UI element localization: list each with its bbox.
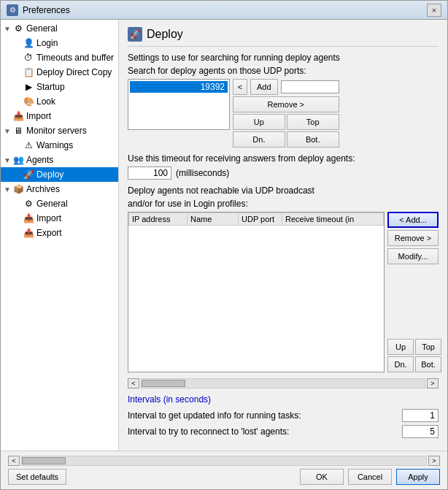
login-icon: 👤 — [23, 37, 34, 49]
expand-deploy-direct — [14, 69, 21, 77]
window-icon: ⚙ — [7, 4, 18, 16]
close-button[interactable]: × — [427, 4, 441, 17]
sidebar-item-agents[interactable]: ▼ 👥 Agents — [1, 153, 118, 167]
panel-title: 🚀 Deploy — [128, 27, 439, 47]
sidebar: ▼ ⚙ General 👤 Login ⏱ Timeouts and buffe… — [1, 20, 119, 451]
deploy-direct-icon: 📋 — [23, 66, 34, 78]
sidebar-item-general[interactable]: ▼ ⚙ General — [1, 21, 118, 36]
sidebar-item-deploy[interactable]: 🚀 Deploy — [1, 167, 118, 182]
sidebar-item-general2[interactable]: ⚙ General — [1, 196, 118, 211]
expand-timeouts — [14, 54, 21, 62]
add-agent-btn[interactable]: < Add... — [387, 212, 439, 228]
import-icon: 📥 — [12, 110, 24, 122]
cancel-btn[interactable]: Cancel — [348, 469, 392, 485]
expand-general: ▼ — [4, 25, 11, 33]
udp-add-input[interactable] — [281, 80, 339, 93]
sidebar-scroll-right[interactable]: > — [428, 456, 440, 466]
set-defaults-btn[interactable]: Set defaults — [8, 469, 66, 485]
remove-agent-btn[interactable]: Remove > — [387, 230, 439, 246]
sidebar-label-warnings: Warnings — [36, 140, 73, 150]
sidebar-item-monitor[interactable]: ▼ 🖥 Monitor servers — [1, 123, 118, 138]
agents-icon: 👥 — [12, 154, 24, 166]
sidebar-scroll-left[interactable]: < — [8, 456, 20, 466]
col-name: Name — [188, 213, 239, 226]
panel-title-text: Deploy — [147, 28, 183, 41]
timeouts-icon: ⏱ — [23, 52, 34, 64]
udp-up-btn[interactable]: Up — [233, 114, 285, 130]
modify-agent-btn[interactable]: Modify... — [387, 248, 439, 264]
monitor-icon: 🖥 — [12, 125, 24, 137]
window-title: Preferences — [23, 5, 70, 15]
sidebar-label-deploy-direct: Deploy Direct Copy — [36, 67, 112, 77]
sidebar-item-timeouts[interactable]: ⏱ Timeouts and buffer — [1, 50, 118, 65]
sidebar-label-general: General — [26, 23, 58, 34]
sidebar-item-import2[interactable]: 📥 Import — [1, 211, 118, 226]
scroll-left-btn[interactable]: < — [128, 378, 139, 388]
timeout-input[interactable] — [128, 166, 171, 180]
sidebar-label-agents: Agents — [26, 155, 53, 165]
timeout-unit: (milliseconds) — [176, 168, 229, 178]
sidebar-label-timeouts: Timeouts and buffer — [36, 53, 114, 63]
sidebar-item-warnings[interactable]: ⚠ Warnings — [1, 138, 118, 153]
general2-icon: ⚙ — [23, 198, 34, 210]
expand-import — [4, 112, 11, 120]
sidebar-label-import: Import — [26, 111, 51, 121]
agents-side-buttons: < Add... Remove > Modify... Up Top Dn. B… — [387, 212, 439, 372]
agents-dn-btn[interactable]: Dn. — [387, 356, 414, 372]
sidebar-label-look: Look — [36, 96, 55, 107]
sidebar-item-archives[interactable]: ▼ 📦 Archives — [1, 182, 118, 196]
look-icon: 🎨 — [23, 96, 34, 107]
sidebar-label-archives: Archives — [26, 184, 60, 194]
udp-listbox[interactable]: 19392 — [128, 79, 230, 130]
expand-archives: ▼ — [4, 185, 11, 194]
scroll-right-btn[interactable]: > — [427, 378, 439, 388]
sidebar-scrollbar: < > — [8, 456, 440, 466]
spacer — [387, 267, 439, 337]
udp-arrow-left-btn[interactable]: < — [233, 79, 247, 95]
udp-dn-btn[interactable]: Dn. — [233, 131, 285, 148]
udp-nav-buttons: Up Top Dn. Bot. — [233, 114, 339, 148]
intervals-title: Intervals (in seconds) — [128, 394, 439, 405]
general-icon: ⚙ — [12, 23, 24, 34]
ok-btn[interactable]: OK — [300, 469, 344, 485]
sidebar-item-deploy-direct[interactable]: 📋 Deploy Direct Copy — [1, 65, 118, 80]
agents-table-container[interactable]: IP address Name UDP port Receive timeout… — [128, 212, 385, 372]
agents-label-line2: and/or for use in Login profiles: — [128, 199, 439, 209]
interval2-row: Interval to try to reconnect to 'lost' a… — [128, 425, 439, 438]
archives-icon: 📦 — [12, 183, 24, 195]
bottom-buttons: Set defaults OK Cancel Apply — [8, 469, 440, 485]
sidebar-item-import[interactable]: 📥 Import — [1, 109, 118, 123]
udp-bot-btn[interactable]: Bot. — [287, 131, 339, 148]
startup-icon: ▶ — [23, 81, 34, 93]
sidebar-item-look[interactable]: 🎨 Look — [1, 94, 118, 109]
sidebar-scroll-track[interactable] — [21, 456, 427, 466]
preferences-window: ⚙ Preferences × ▼ ⚙ General 👤 Login ⏱ — [0, 0, 448, 490]
expand-deploy — [14, 171, 21, 179]
agents-table-wrapper: IP address Name UDP port Receive timeout… — [128, 212, 439, 372]
udp-port-item[interactable]: 19392 — [130, 81, 228, 93]
udp-ports-label: Search for deploy agents on those UDP po… — [128, 66, 439, 76]
sidebar-item-login[interactable]: 👤 Login — [1, 36, 118, 50]
main-content: ▼ ⚙ General 👤 Login ⏱ Timeouts and buffe… — [1, 20, 447, 451]
udp-remove-btn[interactable]: Remove > — [233, 96, 339, 112]
warnings-icon: ⚠ — [23, 139, 34, 151]
udp-section: 19392 < Add Remove > Up Top Dn. — [128, 79, 439, 148]
udp-list-container: 19392 — [128, 79, 230, 130]
bottom-bar: < > Set defaults OK Cancel Apply — [1, 451, 447, 489]
udp-add-btn[interactable]: Add — [250, 79, 278, 95]
interval2-input[interactable] — [402, 425, 439, 438]
agents-bot-btn[interactable]: Bot. — [415, 356, 441, 372]
sidebar-item-startup[interactable]: ▶ Startup — [1, 80, 118, 94]
agents-up-btn[interactable]: Up — [387, 339, 414, 355]
udp-buttons: < Add Remove > Up Top Dn. Bot. — [233, 79, 339, 148]
scroll-track[interactable] — [141, 378, 425, 388]
sidebar-item-export[interactable]: 📤 Export — [1, 226, 118, 240]
sidebar-label-startup: Startup — [36, 82, 65, 92]
expand-look — [14, 98, 21, 106]
agents-top-btn[interactable]: Top — [415, 339, 441, 355]
apply-btn[interactable]: Apply — [396, 469, 440, 485]
panel-title-icon: 🚀 — [128, 27, 142, 42]
interval1-input[interactable] — [402, 409, 439, 422]
udp-top-btn[interactable]: Top — [287, 114, 339, 130]
agents-description: Deploy agents not reachable via UDP broa… — [128, 185, 439, 209]
